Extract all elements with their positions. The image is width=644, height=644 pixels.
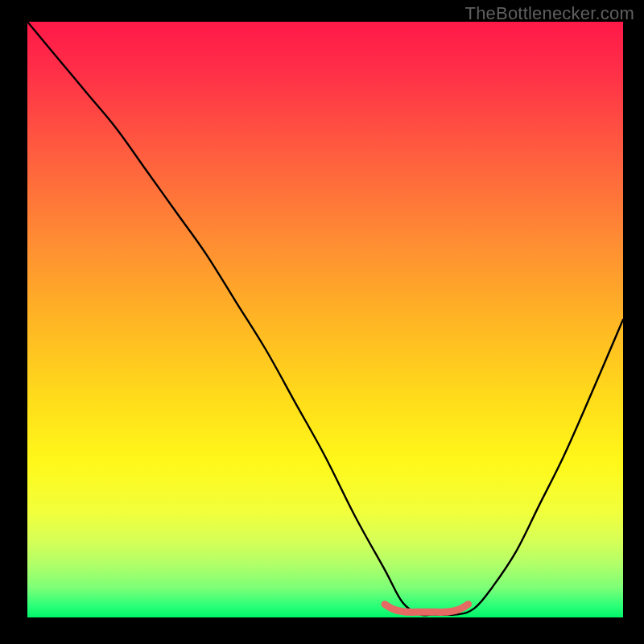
optimal-range-marker xyxy=(385,605,469,613)
chart-frame: TheBottlenecker.com xyxy=(0,0,644,644)
bottleneck-curve xyxy=(27,22,623,616)
plot-area xyxy=(27,22,623,617)
chart-svg xyxy=(27,22,623,617)
watermark-text: TheBottlenecker.com xyxy=(465,3,634,24)
